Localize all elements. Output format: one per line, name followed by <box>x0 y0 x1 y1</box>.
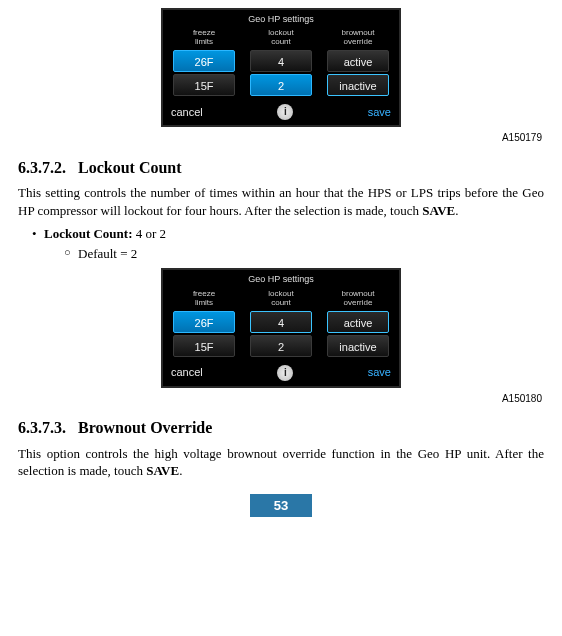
freeze-15f[interactable]: 15F <box>173 335 235 357</box>
page-number: 53 <box>250 494 312 518</box>
screen-title: Geo HP settings <box>163 270 399 288</box>
col-label-brownout: brownoutoverride <box>342 289 375 309</box>
bullet-lockout-count: Lockout Count: 4 or 2 Default = 2 <box>32 225 544 262</box>
device-screenshot-1: Geo HP settings freezelimits 26F 15F loc… <box>161 8 401 127</box>
freeze-26f[interactable]: 26F <box>173 50 235 72</box>
lockout-4[interactable]: 4 <box>250 50 312 72</box>
save-button[interactable]: save <box>368 365 391 380</box>
freeze-26f[interactable]: 26F <box>173 311 235 333</box>
brownout-active[interactable]: active <box>327 311 389 333</box>
freeze-15f[interactable]: 15F <box>173 74 235 96</box>
lockout-2[interactable]: 2 <box>250 74 312 96</box>
lockout-4[interactable]: 4 <box>250 311 312 333</box>
col-label-brownout: brownoutoverride <box>342 28 375 48</box>
cancel-button[interactable]: cancel <box>171 105 203 120</box>
col-label-lockout: lockoutcount <box>268 28 293 48</box>
lockout-2[interactable]: 2 <box>250 335 312 357</box>
section-heading-lockout-count: 6.3.7.2. Lockout Count <box>18 157 544 179</box>
brownout-inactive[interactable]: inactive <box>327 74 389 96</box>
section-body-brownout: This option controls the high voltage br… <box>18 445 544 480</box>
sub-bullet-default: Default = 2 <box>64 245 544 263</box>
section-heading-brownout-override: 6.3.7.3. Brownout Override <box>18 417 544 439</box>
info-icon[interactable]: i <box>277 365 293 381</box>
brownout-inactive[interactable]: inactive <box>327 335 389 357</box>
figure-id: A150180 <box>18 388 544 406</box>
save-button[interactable]: save <box>368 105 391 120</box>
settings-columns: freezelimits 26F 15F lockoutcount 4 2 br… <box>163 28 399 101</box>
device-screenshot-2: Geo HP settings freezelimits 26F 15F loc… <box>161 268 401 387</box>
col-label-lockout: lockoutcount <box>268 289 293 309</box>
figure-id: A150179 <box>18 127 544 145</box>
brownout-active[interactable]: active <box>327 50 389 72</box>
settings-columns: freezelimits 26F 15F lockoutcount 4 2 br… <box>163 289 399 362</box>
section-body-lockout: This setting controls the number of time… <box>18 184 544 219</box>
col-label-freeze: freezelimits <box>193 289 215 309</box>
cancel-button[interactable]: cancel <box>171 365 203 380</box>
info-icon[interactable]: i <box>277 104 293 120</box>
col-label-freeze: freezelimits <box>193 28 215 48</box>
screen-title: Geo HP settings <box>163 10 399 28</box>
